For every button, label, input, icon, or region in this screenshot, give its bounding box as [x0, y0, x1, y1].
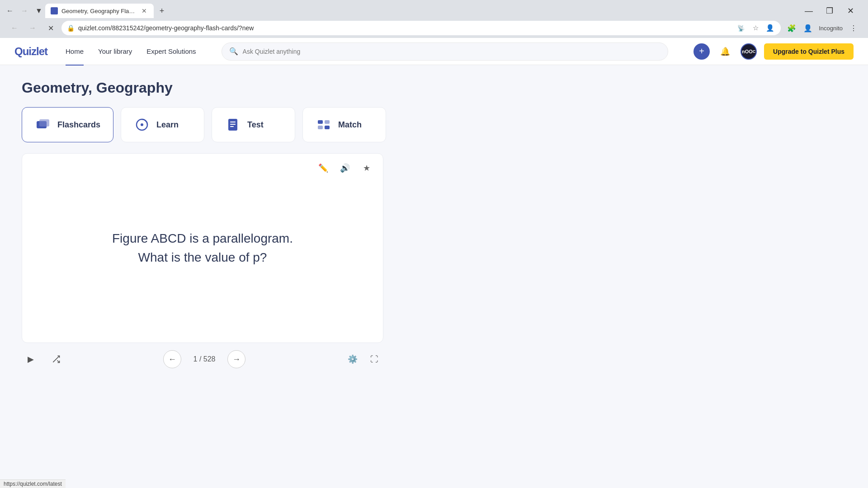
main-content: Geometry, Geography Flashcards [0, 65, 633, 390]
new-tab-button[interactable]: + [156, 5, 168, 17]
audio-button[interactable]: 🔊 [338, 161, 352, 175]
svg-rect-7 [230, 126, 234, 127]
right-controls: ⚙️ ⛶ [344, 350, 383, 368]
forward-button[interactable]: → [18, 5, 31, 17]
learn-icon [134, 117, 150, 133]
secure-icon: 🔒 [67, 24, 75, 32]
card-count: 1 / 528 [189, 355, 220, 363]
flashcard-text: Figure ABCD is a parallelogram. What is … [94, 211, 311, 285]
nav-library[interactable]: Your library [98, 46, 132, 57]
search-icon: 🔍 [229, 47, 238, 56]
prev-card-button[interactable]: ← [163, 350, 181, 368]
menu-button[interactable]: ▼ [33, 5, 45, 17]
nav-forward-button[interactable]: → [25, 21, 40, 35]
flashcard[interactable]: ✏️ 🔊 ★ Figure ABCD is a parallelogram. W… [22, 153, 383, 343]
mode-cards: Flashcards Learn [22, 107, 611, 142]
search-input[interactable] [243, 48, 661, 55]
quizlet-logo[interactable]: Quizlet [14, 45, 47, 58]
svg-point-3 [141, 123, 143, 126]
svg-rect-10 [318, 126, 323, 129]
settings-button[interactable]: ⚙️ [344, 350, 362, 368]
svg-rect-6 [230, 124, 236, 125]
extensions-icon[interactable]: 🧩 [784, 21, 799, 35]
page-title: Geometry, Geography [22, 80, 611, 96]
upgrade-button[interactable]: Upgrade to Quizlet Plus [764, 43, 854, 60]
account-icon[interactable]: 👤 [801, 21, 815, 35]
learn-label: Learn [156, 120, 179, 130]
mode-card-match[interactable]: Match [302, 107, 386, 142]
maximize-button[interactable]: ❐ [819, 4, 840, 18]
flashcards-label: Flashcards [57, 120, 100, 130]
back-button[interactable]: ← [4, 5, 16, 17]
incognito-label: Incognito [817, 25, 844, 32]
mode-card-learn[interactable]: Learn [121, 107, 204, 142]
test-label: Test [247, 120, 264, 130]
svg-rect-11 [325, 126, 330, 129]
notifications-button[interactable]: 🔔 [717, 43, 733, 60]
svg-rect-8 [318, 120, 323, 124]
page-content: Quizlet Home Your library Expert Solutio… [0, 38, 868, 488]
tab-title: Geometry, Geography Flashcar... [61, 8, 137, 14]
svg-rect-5 [230, 122, 236, 122]
search-container: 🔍 [222, 42, 669, 61]
nav-home[interactable]: Home [66, 46, 84, 57]
flashcard-actions: ✏️ 🔊 ★ [316, 161, 374, 175]
nav-actions: + 🔔 nOOC Upgrade to Quizlet Plus [693, 43, 854, 60]
next-card-button[interactable]: → [227, 350, 245, 368]
svg-rect-1 [39, 119, 49, 127]
cast-icon[interactable]: 📡 [736, 23, 746, 33]
flashcards-icon [35, 117, 51, 133]
edit-button[interactable]: ✏️ [316, 161, 330, 175]
svg-rect-9 [325, 120, 330, 124]
tab-favicon [51, 7, 58, 14]
flashcard-line1: Figure ABCD is a parallelogram. [112, 229, 293, 248]
url-text: quizlet.com/882315242/geometry-geography… [78, 24, 732, 32]
match-icon [316, 117, 332, 133]
search-bar: 🔍 [222, 42, 669, 61]
create-button[interactable]: + [693, 43, 710, 60]
test-icon [225, 117, 241, 133]
play-button[interactable]: ▶ [22, 350, 40, 368]
reload-button[interactable]: ✕ [43, 21, 58, 35]
status-bar: https://quizlet.com/latest [0, 479, 66, 488]
nav-expert-solutions[interactable]: Expert Solutions [146, 46, 196, 57]
mode-card-test[interactable]: Test [212, 107, 295, 142]
star-button[interactable]: ★ [359, 161, 374, 175]
status-url: https://quizlet.com/latest [4, 481, 62, 487]
shuffle-button[interactable] [47, 350, 65, 368]
browser-tab[interactable]: Geometry, Geography Flashcar... ✕ [45, 4, 154, 18]
fullscreen-button[interactable]: ⛶ [365, 350, 383, 368]
top-navigation: Quizlet Home Your library Expert Solutio… [0, 38, 868, 65]
avatar[interactable]: nOOC [741, 43, 757, 60]
profile-icon[interactable]: 👤 [764, 23, 775, 33]
browser-menu-icon[interactable]: ⋮ [846, 21, 861, 35]
flashcard-line2: What is the value of p? [112, 248, 293, 267]
minimize-button[interactable]: — [798, 4, 819, 18]
address-bar[interactable]: 🔒 quizlet.com/882315242/geometry-geograp… [61, 21, 781, 35]
close-button[interactable]: ✕ [840, 4, 861, 18]
nav-back-button[interactable]: ← [7, 21, 22, 35]
nav-arrows: ← 1 / 528 → [163, 350, 245, 368]
bookmark-icon[interactable]: ☆ [750, 23, 761, 33]
flashcard-controls: ▶ ← 1 / 528 → ⚙️ ⛶ [22, 343, 383, 375]
match-label: Match [338, 120, 362, 130]
tab-close-button[interactable]: ✕ [140, 7, 148, 15]
mode-card-flashcards[interactable]: Flashcards [22, 107, 113, 142]
